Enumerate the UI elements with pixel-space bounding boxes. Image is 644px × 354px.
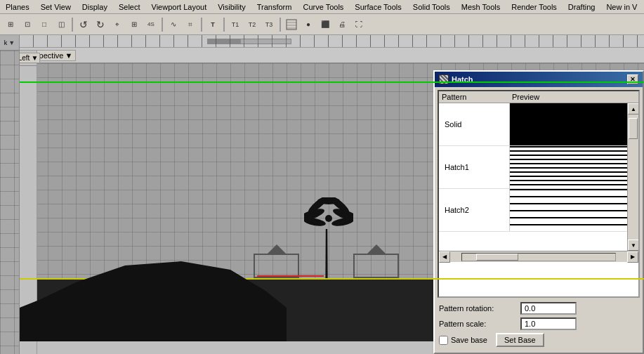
- menubar: Planes Set View Display Select Viewport …: [0, 0, 644, 14]
- left-viewport-header: k ▼: [0, 35, 19, 51]
- palm-trunk: [324, 229, 329, 278]
- menu-select[interactable]: Select: [113, 1, 146, 13]
- ruler-progress-fill: [208, 39, 241, 44]
- toolbar-btn-2[interactable]: ⊡: [20, 17, 35, 32]
- hatch-preview-solid: [509, 103, 638, 145]
- building-right: [353, 254, 399, 278]
- menu-curve-tools[interactable]: Curve Tools: [297, 1, 349, 13]
- svg-point-4: [325, 215, 332, 222]
- main-content: k ▼ Perspective ▼: [0, 35, 644, 354]
- menu-surface-tools[interactable]: Surface Tools: [349, 1, 407, 13]
- scroll-down-arrow[interactable]: ▼: [628, 240, 638, 251]
- menu-visibility[interactable]: Visibility: [212, 1, 251, 13]
- left-arrow: ▼: [31, 54, 38, 62]
- red-road-line: [257, 275, 324, 277]
- preview-col-header: Preview: [512, 93, 636, 101]
- scale-row: Pattern scale:: [439, 317, 638, 330]
- toolbar-separator-1: [72, 18, 73, 32]
- toolbar-btn-13[interactable]: T2: [244, 17, 260, 32]
- hscroll-track: [461, 253, 616, 261]
- hatch-content: Pattern Preview Solid Hatch1 Hatch: [435, 87, 643, 353]
- scroll-thumb-v[interactable]: [629, 118, 638, 139]
- scale-input[interactable]: [520, 317, 577, 330]
- toolbar: ⊞ ⊡ □ ◫ ↺ ↻ ⌖ ⊞ 4S ∿ ⌗ T T1 T2 T3 ● ⬛ 🖨 …: [0, 14, 644, 35]
- toolbar-btn-8[interactable]: ⊞: [126, 17, 142, 32]
- hatch-pattern-table[interactable]: Pattern Preview Solid Hatch1 Hatch: [438, 90, 640, 298]
- toolbar-btn-11[interactable]: ⌗: [183, 17, 198, 32]
- toolbar-btn-10[interactable]: ∿: [166, 17, 181, 32]
- scroll-track-v: [628, 114, 638, 240]
- pattern-col-header: Pattern: [442, 93, 512, 101]
- toolbar-btn-9[interactable]: 4S: [143, 17, 159, 32]
- hatch-row-hatch2[interactable]: Hatch2: [439, 189, 638, 232]
- toolbar-btn-7[interactable]: ⌖: [110, 17, 125, 32]
- left-viewport-canvas[interactable]: [0, 51, 19, 354]
- yellow-terrain-line-2: [265, 278, 644, 280]
- left-viewport-arrow[interactable]: ▼: [8, 39, 15, 46]
- menu-set-view[interactable]: Set View: [35, 1, 77, 13]
- left-viewport-dropdown[interactable]: Left ▼: [20, 53, 40, 63]
- menu-planes[interactable]: Planes: [0, 1, 35, 13]
- toolbar-btn-14[interactable]: T3: [261, 17, 277, 32]
- building-left: [254, 254, 299, 278]
- left-viewport-strip: k ▼: [0, 35, 20, 354]
- hatch-properties: Pattern rotation: Pattern scale: Save ba…: [438, 299, 640, 350]
- hatch-hscrollbar[interactable]: ◀ ▶: [439, 251, 638, 262]
- menu-transform[interactable]: Transform: [251, 1, 298, 13]
- hscroll-thumb[interactable]: [476, 254, 518, 261]
- scale-label: Pattern scale:: [439, 320, 516, 328]
- rotation-label: Pattern rotation:: [439, 304, 516, 313]
- menu-mesh-tools[interactable]: Mesh Tools: [456, 1, 506, 13]
- hatch-name-hatch2: Hatch2: [439, 203, 509, 217]
- hatch-vscrollbar[interactable]: ▲ ▼: [627, 103, 638, 251]
- left-viewport-label-k: k: [4, 39, 8, 46]
- menu-new-in-v[interactable]: New in V: [600, 1, 643, 13]
- toolbar-btn-last[interactable]: ⛶: [351, 17, 367, 32]
- hatch-table-header: Pattern Preview: [439, 91, 638, 103]
- menu-solid-tools[interactable]: Solid Tools: [407, 1, 456, 13]
- toolbar-btn-1[interactable]: ⊞: [3, 17, 18, 32]
- hatch-preview-hatch1: [509, 146, 638, 188]
- hatch-row-hatch1[interactable]: Hatch1: [439, 146, 638, 189]
- terrain-hill: [20, 257, 287, 341]
- hatch-dialog: Hatch ✕ Pattern Preview Solid: [433, 70, 644, 354]
- scroll-left-arrow[interactable]: ◀: [439, 251, 450, 263]
- toolbar-btn-12[interactable]: T1: [228, 17, 243, 32]
- toolbar-btn-print[interactable]: 🖨: [334, 17, 350, 32]
- hatch-row-solid[interactable]: Solid: [439, 103, 638, 146]
- scroll-up-arrow[interactable]: ▲: [628, 103, 638, 114]
- rotation-row: Pattern rotation:: [439, 302, 638, 315]
- toolbar-btn-fill[interactable]: ⬛: [317, 17, 333, 32]
- toolbar-btn-circle[interactable]: ●: [301, 17, 316, 32]
- toolbar-btn-4[interactable]: ◫: [53, 17, 69, 32]
- toolbar-btn-5[interactable]: ↺: [76, 17, 91, 32]
- left-label: Left: [20, 54, 29, 62]
- building-roof-right: [366, 244, 387, 255]
- hatch-preview-hatch2: [509, 189, 638, 231]
- menu-render-tools[interactable]: Render Tools: [506, 1, 563, 13]
- set-base-button[interactable]: Set Base: [496, 333, 544, 347]
- hatch-rows-container: Solid Hatch1 Hatch2 ▲: [439, 103, 638, 251]
- menu-drafting[interactable]: Drafting: [563, 1, 601, 13]
- save-base-checkbox[interactable]: [439, 336, 448, 345]
- toolbar-separator-4: [223, 18, 225, 32]
- toolbar-btn-3[interactable]: □: [37, 17, 52, 32]
- toolbar-btn-6[interactable]: ↻: [93, 17, 108, 32]
- building-roof-left: [266, 244, 287, 255]
- rotation-input[interactable]: [520, 302, 577, 315]
- toolbar-btn-text[interactable]: T: [205, 17, 221, 32]
- hatch-titlebar: Hatch ✕: [435, 72, 643, 87]
- perspective-bar: Perspective ▼: [20, 48, 644, 63]
- viewport-ruler: [20, 35, 644, 48]
- scroll-right-arrow[interactable]: ▶: [627, 251, 638, 263]
- toolbar-btn-hatch[interactable]: [284, 17, 299, 32]
- palm-crown: [304, 197, 353, 232]
- menu-viewport-layout[interactable]: Viewport Layout: [146, 1, 213, 13]
- hatch-name-solid: Solid: [439, 117, 509, 131]
- hatch-name-hatch1: Hatch1: [439, 160, 509, 174]
- menu-display[interactable]: Display: [77, 1, 113, 13]
- left-label-header: Left ▼: [20, 51, 37, 66]
- svg-point-9: [317, 197, 340, 204]
- ruler-ticks: [20, 35, 644, 47]
- toolbar-separator-5: [280, 18, 281, 32]
